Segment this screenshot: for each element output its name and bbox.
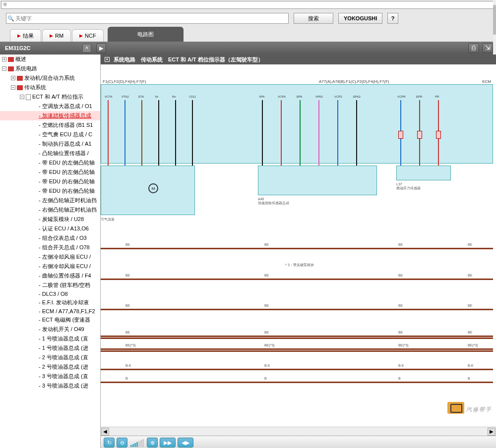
zoom-in-button[interactable]: ⊕ (147, 438, 158, 448)
bus-label: BE (264, 304, 269, 307)
bus-label: B-E (398, 364, 404, 367)
search-box[interactable]: 🔍 (6, 13, 289, 24)
book-icon (17, 76, 23, 81)
tree-leaf[interactable]: - 发动机开关 / O49 (0, 325, 100, 334)
tree-leaf[interactable]: - 空调放大器总成 / O1 (0, 102, 100, 111)
tree-leaf[interactable]: - 曲轴位置传感器 / F4 (0, 271, 100, 280)
expand-icon[interactable]: + (2, 57, 6, 61)
tab-results[interactable]: ▶结果 (10, 29, 41, 42)
page-nav-button[interactable]: ◀▶ (178, 438, 193, 448)
tree-leaf[interactable]: - ECM / A77,A78,F1,F2 (0, 307, 100, 315)
tree-leaf[interactable]: - 空气囊 ECU 总成 / C (0, 130, 100, 139)
tree-leaf[interactable]: - 带 EDU 的左侧凸轮轴 (0, 168, 100, 177)
accel-pedal-box (258, 166, 377, 195)
tree-leaf[interactable]: - 加速踏板传感器总成 (0, 111, 100, 120)
wire (158, 100, 159, 166)
bus-label: B-E (264, 364, 270, 367)
collapse-icon[interactable]: − (11, 85, 15, 90)
tree-node[interactable]: −传动系统 (0, 83, 100, 92)
tree-leaf[interactable]: - 左侧冷却风扇 ECU / (0, 252, 100, 262)
tree-leaf[interactable]: - 带 EDU 的左侧凸轮轴 (0, 158, 100, 168)
brand-button[interactable]: YOKOGUSHI (338, 13, 382, 24)
chevron-icon: ▶ (17, 33, 21, 38)
zoom-out-button[interactable]: ⊖ (117, 438, 127, 448)
tree-leaf[interactable]: - 凸轮轴位置传感器 / (0, 149, 100, 158)
play-button[interactable]: ▶ (96, 43, 106, 53)
bus-label: BE (398, 243, 403, 246)
export-icon[interactable]: ⇲ (482, 43, 493, 53)
tree-leaf[interactable]: - 带 EDU 的右侧凸轮轴 (0, 186, 100, 196)
tree-leaf[interactable]: - 空燃比传感器 (B1 S1 (0, 120, 100, 130)
wire (175, 100, 176, 166)
bus-line (101, 279, 493, 280)
wire (108, 100, 109, 166)
tree-label: 系统电路 (15, 65, 37, 72)
ecm-conn-right: A77(A),A78(B),F1(C),F2(D),F4(H),F7(F) (319, 79, 389, 84)
bus-label: BE(*3) (398, 343, 409, 347)
panel-close-button[interactable]: × (82, 44, 91, 53)
resistor-icon (398, 131, 403, 139)
tree-leaf[interactable]: - 2 号喷油器总成 (直 (0, 353, 100, 362)
search-button[interactable]: 搜索 (294, 13, 333, 24)
print-icon[interactable]: ⎙ (468, 43, 479, 53)
tree-leaf[interactable]: - 炭罐泵模块 / U28 (0, 215, 100, 224)
pin-label: VCPR (397, 95, 406, 98)
search-input[interactable] (15, 15, 288, 21)
tree-leaf[interactable]: - 3 号喷油器总成 (进 (0, 381, 100, 391)
bus-line (101, 309, 493, 310)
tree-leaf[interactable]: - 右侧冷却风扇 ECU / (0, 262, 100, 271)
box-b-label: A46 加速踏板传感器总成 (258, 197, 289, 206)
tree-leaf[interactable]: - 2 号喷油器总成 (进 (0, 362, 100, 372)
bus-line (101, 248, 493, 249)
scroll-left-icon[interactable]: ◀ (101, 428, 109, 436)
wire (124, 100, 125, 166)
collapse-icon[interactable]: − (2, 66, 6, 71)
tree-leaf[interactable]: - 1 号喷油器总成 (直 (0, 334, 100, 343)
tree-node[interactable]: +发动机/混合动力系统 (0, 73, 100, 83)
bus-label: B (398, 377, 401, 380)
pin-label: ETA (138, 95, 144, 98)
tree-node[interactable]: −ECT 和 A/T 档位指示 (0, 92, 100, 102)
watermark-icon (447, 402, 464, 414)
motor-icon: M (148, 183, 158, 193)
zoom-level[interactable] (130, 438, 144, 447)
tree-leaf[interactable]: - 左侧凸轮轴正时机油挡 (0, 196, 100, 205)
bus-label: BE (468, 304, 472, 307)
search-row: 🔍 搜索 YOKOGUSHI ? (0, 10, 496, 27)
expand-icon[interactable]: + (11, 76, 15, 80)
tree-leaf[interactable]: - DLC3 / O8 (0, 290, 100, 298)
refresh-button[interactable]: ↻ (104, 438, 115, 448)
tree-leaf[interactable]: - E.F.I. 发动机冷却液 (0, 298, 100, 307)
expand-icon[interactable]: + (105, 57, 110, 62)
wire (337, 100, 338, 166)
tree-leaf[interactable]: - 组合开关总成 / O78 (0, 243, 100, 252)
tree-node[interactable]: −系统电路 (0, 64, 100, 73)
tree-leaf[interactable]: - 组合仪表总成 / O3 (0, 233, 100, 243)
tree-leaf[interactable]: - 3 号喷油器总成 (直 (0, 372, 100, 381)
box-a-label: 节气流量 (101, 217, 115, 222)
tab-ncf[interactable]: ▶NCF (72, 29, 104, 42)
bus-label: B-E (125, 364, 131, 367)
collapse-icon[interactable]: − (20, 95, 24, 99)
tree-leaf[interactable]: - 二极管 (驻车档/空档 (0, 280, 100, 290)
tree-leaf[interactable]: - 右侧凸轮轴正时机油挡 (0, 205, 100, 215)
tree-leaf[interactable]: - 1 号喷油器总成 (进 (0, 343, 100, 353)
tab-circuit[interactable]: 电路图 (108, 27, 184, 42)
wiring-diagram[interactable]: F1(C),F2(D),F4(H),F7(F) A77(A),A78(B),F1… (101, 64, 496, 427)
tree-leaf[interactable]: - 带 EDU 的右侧凸轮轴 (0, 177, 100, 186)
tab-rm[interactable]: ▶RM (42, 29, 71, 42)
bus-label: BE (264, 331, 269, 334)
scroll-right-icon[interactable]: ▶ (488, 428, 496, 436)
pin-label: EPA (297, 95, 303, 98)
fast-fwd-button[interactable]: ▶▶ (160, 438, 176, 448)
h-scrollbar[interactable]: ◀ ▶ (101, 427, 496, 436)
bus-line (101, 350, 493, 352)
tree-node[interactable]: +概述 (0, 55, 100, 64)
help-button[interactable]: ? (387, 13, 398, 24)
tree-leaf[interactable]: - 制动执行器总成 / A1 (0, 139, 100, 149)
tree-leaf[interactable]: - ECT 电磁阀 (变速器 (0, 315, 100, 325)
bus-line (101, 348, 493, 350)
tree-leaf[interactable]: - 认证 ECU / A13,O6 (0, 224, 100, 233)
center-note: ＊3：带炭罐泵模块 (284, 263, 314, 268)
bus-label: BE(*3) (264, 343, 275, 347)
